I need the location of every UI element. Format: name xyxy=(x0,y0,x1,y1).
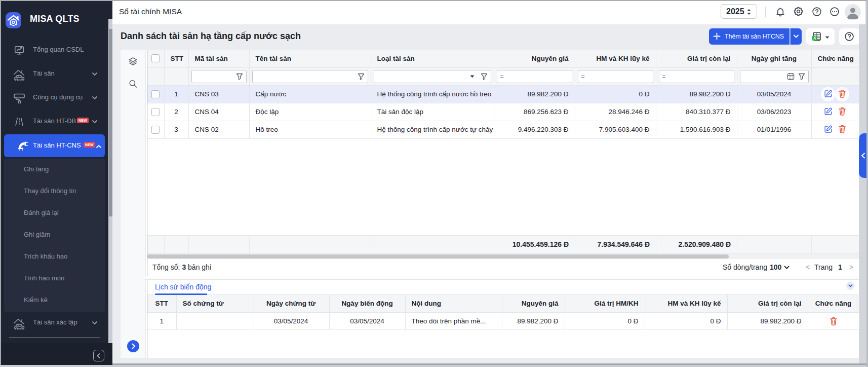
svg-text:X: X xyxy=(813,35,816,41)
